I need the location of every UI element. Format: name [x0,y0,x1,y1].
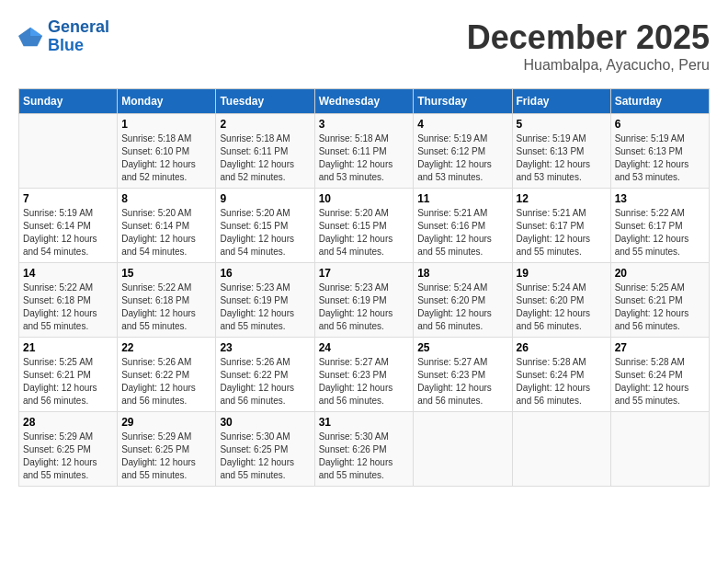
day-info: Sunrise: 5:18 AM Sunset: 6:11 PM Dayligh… [319,132,410,184]
day-cell: 9Sunrise: 5:20 AM Sunset: 6:15 PM Daylig… [216,189,314,263]
day-cell: 31Sunrise: 5:30 AM Sunset: 6:26 PM Dayli… [314,412,414,487]
day-cell: 30Sunrise: 5:30 AM Sunset: 6:25 PM Dayli… [216,412,314,487]
header-wednesday: Wednesday [314,89,414,114]
day-cell: 22Sunrise: 5:26 AM Sunset: 6:22 PM Dayli… [118,338,216,412]
day-cell: 2Sunrise: 5:18 AM Sunset: 6:11 PM Daylig… [216,114,314,189]
day-info: Sunrise: 5:25 AM Sunset: 6:21 PM Dayligh… [23,356,113,408]
day-number: 24 [319,341,410,354]
day-info: Sunrise: 5:24 AM Sunset: 6:20 PM Dayligh… [417,282,507,333]
day-number: 25 [417,341,507,354]
day-info: Sunrise: 5:20 AM Sunset: 6:15 PM Dayligh… [220,207,310,259]
header-thursday: Thursday [414,89,512,114]
day-info: Sunrise: 5:19 AM Sunset: 6:13 PM Dayligh… [615,132,705,184]
day-info: Sunrise: 5:23 AM Sunset: 6:19 PM Dayligh… [220,282,310,333]
day-cell [19,114,118,189]
day-info: Sunrise: 5:19 AM Sunset: 6:14 PM Dayligh… [23,207,113,259]
day-cell: 18Sunrise: 5:24 AM Sunset: 6:20 PM Dayli… [414,263,512,338]
calendar-table: SundayMondayTuesdayWednesdayThursdayFrid… [18,88,710,487]
day-number: 29 [121,416,211,429]
day-cell: 29Sunrise: 5:29 AM Sunset: 6:25 PM Dayli… [118,412,216,487]
day-info: Sunrise: 5:26 AM Sunset: 6:22 PM Dayligh… [220,356,310,408]
day-info: Sunrise: 5:23 AM Sunset: 6:19 PM Dayligh… [319,282,410,333]
day-cell: 26Sunrise: 5:28 AM Sunset: 6:24 PM Dayli… [512,338,610,412]
logo: General Blue [18,18,109,55]
day-info: Sunrise: 5:28 AM Sunset: 6:24 PM Dayligh… [517,356,607,408]
day-info: Sunrise: 5:18 AM Sunset: 6:11 PM Dayligh… [220,132,310,184]
day-cell: 6Sunrise: 5:19 AM Sunset: 6:13 PM Daylig… [610,114,709,189]
week-row-4: 21Sunrise: 5:25 AM Sunset: 6:21 PM Dayli… [19,338,710,412]
header-row: SundayMondayTuesdayWednesdayThursdayFrid… [19,89,710,114]
day-number: 28 [23,416,113,429]
day-cell: 12Sunrise: 5:21 AM Sunset: 6:17 PM Dayli… [512,189,610,263]
day-info: Sunrise: 5:27 AM Sunset: 6:23 PM Dayligh… [417,356,507,408]
day-cell: 28Sunrise: 5:29 AM Sunset: 6:25 PM Dayli… [19,412,118,487]
day-cell [414,412,512,487]
logo-text: General Blue [48,18,109,55]
day-cell: 4Sunrise: 5:19 AM Sunset: 6:12 PM Daylig… [414,114,512,189]
day-info: Sunrise: 5:21 AM Sunset: 6:17 PM Dayligh… [517,207,607,259]
day-info: Sunrise: 5:20 AM Sunset: 6:15 PM Dayligh… [319,207,410,259]
day-number: 10 [319,192,410,205]
day-cell [610,412,709,487]
month-title: December 2025 [467,18,710,57]
day-info: Sunrise: 5:19 AM Sunset: 6:12 PM Dayligh… [417,132,507,184]
day-info: Sunrise: 5:19 AM Sunset: 6:13 PM Dayligh… [517,132,607,184]
day-number: 20 [615,267,705,280]
location: Huambalpa, Ayacucho, Peru [467,57,710,74]
day-number: 8 [121,192,211,205]
day-number: 19 [517,267,607,280]
day-cell: 14Sunrise: 5:22 AM Sunset: 6:18 PM Dayli… [19,263,118,338]
day-number: 21 [23,341,113,354]
header-friday: Friday [512,89,610,114]
day-number: 30 [220,416,310,429]
day-info: Sunrise: 5:28 AM Sunset: 6:24 PM Dayligh… [615,356,705,408]
day-cell: 25Sunrise: 5:27 AM Sunset: 6:23 PM Dayli… [414,338,512,412]
day-cell: 7Sunrise: 5:19 AM Sunset: 6:14 PM Daylig… [19,189,118,263]
day-number: 3 [319,118,410,131]
week-row-2: 7Sunrise: 5:19 AM Sunset: 6:14 PM Daylig… [19,189,710,263]
day-info: Sunrise: 5:29 AM Sunset: 6:25 PM Dayligh… [23,431,113,482]
day-info: Sunrise: 5:22 AM Sunset: 6:18 PM Dayligh… [121,282,211,333]
header-monday: Monday [118,89,216,114]
header-saturday: Saturday [610,89,709,114]
day-info: Sunrise: 5:18 AM Sunset: 6:10 PM Dayligh… [121,132,211,184]
header-tuesday: Tuesday [216,89,314,114]
day-number: 12 [517,192,607,205]
day-cell: 24Sunrise: 5:27 AM Sunset: 6:23 PM Dayli… [314,338,414,412]
day-cell: 1Sunrise: 5:18 AM Sunset: 6:10 PM Daylig… [118,114,216,189]
day-number: 23 [220,341,310,354]
day-cell: 11Sunrise: 5:21 AM Sunset: 6:16 PM Dayli… [414,189,512,263]
day-cell: 27Sunrise: 5:28 AM Sunset: 6:24 PM Dayli… [610,338,709,412]
day-cell: 10Sunrise: 5:20 AM Sunset: 6:15 PM Dayli… [314,189,414,263]
day-cell: 20Sunrise: 5:25 AM Sunset: 6:21 PM Dayli… [610,263,709,338]
day-cell: 5Sunrise: 5:19 AM Sunset: 6:13 PM Daylig… [512,114,610,189]
day-cell: 23Sunrise: 5:26 AM Sunset: 6:22 PM Dayli… [216,338,314,412]
logo-icon [18,24,44,50]
day-info: Sunrise: 5:30 AM Sunset: 6:26 PM Dayligh… [319,431,410,482]
day-info: Sunrise: 5:24 AM Sunset: 6:20 PM Dayligh… [517,282,607,333]
day-cell: 13Sunrise: 5:22 AM Sunset: 6:17 PM Dayli… [610,189,709,263]
day-cell: 19Sunrise: 5:24 AM Sunset: 6:20 PM Dayli… [512,263,610,338]
day-cell: 16Sunrise: 5:23 AM Sunset: 6:19 PM Dayli… [216,263,314,338]
day-cell: 21Sunrise: 5:25 AM Sunset: 6:21 PM Dayli… [19,338,118,412]
day-number: 6 [615,118,705,131]
day-cell: 15Sunrise: 5:22 AM Sunset: 6:18 PM Dayli… [118,263,216,338]
day-number: 17 [319,267,410,280]
day-cell: 17Sunrise: 5:23 AM Sunset: 6:19 PM Dayli… [314,263,414,338]
day-number: 4 [417,118,507,131]
svg-marker-0 [18,28,42,47]
svg-marker-1 [30,28,42,36]
week-row-5: 28Sunrise: 5:29 AM Sunset: 6:25 PM Dayli… [19,412,710,487]
day-cell: 3Sunrise: 5:18 AM Sunset: 6:11 PM Daylig… [314,114,414,189]
day-info: Sunrise: 5:29 AM Sunset: 6:25 PM Dayligh… [121,431,211,482]
day-info: Sunrise: 5:22 AM Sunset: 6:18 PM Dayligh… [23,282,113,333]
logo-line2: Blue [48,36,84,54]
day-number: 26 [517,341,607,354]
day-info: Sunrise: 5:26 AM Sunset: 6:22 PM Dayligh… [121,356,211,408]
day-number: 1 [121,118,211,131]
title-section: December 2025 Huambalpa, Ayacucho, Peru [467,18,710,74]
day-info: Sunrise: 5:20 AM Sunset: 6:14 PM Dayligh… [121,207,211,259]
day-cell [512,412,610,487]
day-number: 22 [121,341,211,354]
day-number: 13 [615,192,705,205]
